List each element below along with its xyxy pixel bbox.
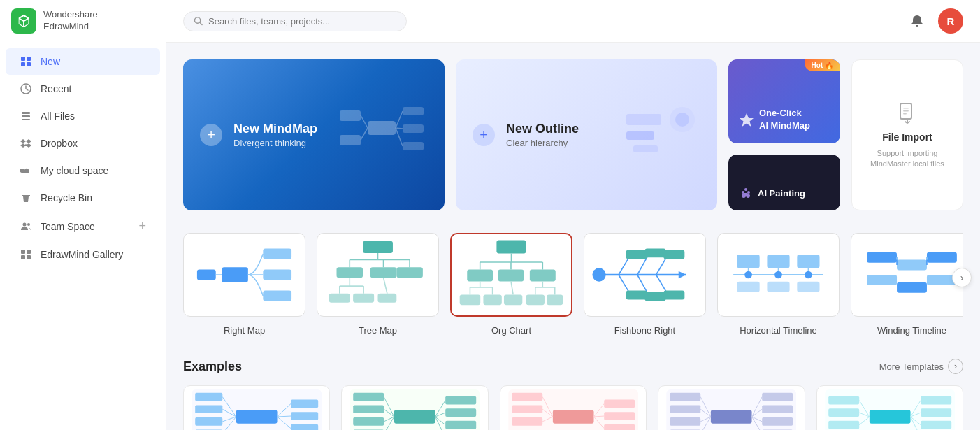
scroll-right-arrow[interactable]: › [952,268,972,287]
ai-mindmap-card[interactable]: Hot 🔥 One-Click AI MindMap [728,59,840,143]
svg-line-24 [396,111,403,128]
template-winding-timeline[interactable]: Winding Timeline [851,233,963,336]
search-bar[interactable] [183,11,407,31]
svg-rect-173 [711,410,752,424]
ai-painting-card[interactable]: AI Painting [728,155,840,210]
sidebar-nav: New Recent All Files [0,42,166,430]
new-outline-title: New Outline [506,122,579,136]
svg-rect-19 [403,107,424,115]
new-mindmap-plus[interactable]: + [200,124,222,146]
svg-rect-49 [396,267,423,278]
trash-icon [20,192,32,204]
file-import-title: File Import [882,131,932,143]
user-avatar[interactable]: R [938,8,963,34]
svg-point-33 [742,191,744,194]
svg-rect-112 [767,282,789,292]
examples-header: Examples More Templates › [183,359,963,374]
sidebar-item-gallery[interactable]: EdrawMind Gallery [6,241,160,268]
svg-rect-113 [797,282,819,292]
tree-map-label: Tree Map [359,325,397,336]
svg-rect-106 [767,255,789,268]
header: R [166,0,980,43]
svg-rect-68 [483,294,501,305]
recycle-bin-label: Recycle Bin [41,192,146,203]
svg-line-62 [384,278,387,294]
example-4-preview [658,386,804,430]
mindmap-decoration [333,100,431,170]
svg-point-34 [744,188,747,191]
svg-rect-46 [363,241,393,253]
new-mindmap-card[interactable]: + New MindMap Divergent thinking [183,59,445,210]
recent-icon [20,83,32,95]
svg-rect-41 [263,248,291,259]
sidebar-item-my-cloud[interactable]: My cloud space [6,157,160,184]
svg-rect-143 [354,417,384,426]
sidebar-item-recent[interactable]: Recent [6,76,160,102]
svg-rect-195 [828,421,859,429]
template-org-chart[interactable]: Org Chart [450,233,572,336]
svg-rect-159 [512,393,542,401]
ai-mindmap-line2: AI MindMap [759,120,810,132]
svg-rect-39 [903,113,907,115]
svg-rect-66 [530,270,556,282]
example-card-5[interactable] [816,385,963,430]
svg-rect-16 [368,121,396,135]
sidebar-item-all-files[interactable]: All Files [6,103,160,129]
svg-rect-63 [496,240,526,253]
app-logo: Wondershare EdrawMind [0,0,166,42]
new-outline-plus[interactable]: + [473,124,495,146]
sidebar-item-recycle[interactable]: Recycle Bin [6,185,160,211]
tree-map-preview [317,233,439,317]
svg-line-25 [396,128,403,129]
top-cards-row: + New MindMap Divergent thinking [183,59,963,210]
examples-grid [183,385,963,430]
examples-title: Examples [183,359,242,374]
svg-point-8 [23,222,27,226]
svg-rect-44 [197,269,216,280]
example-card-1[interactable] [183,385,330,430]
file-import-card[interactable]: File Import Support importing MindMaster… [851,59,963,210]
svg-rect-141 [354,393,384,401]
svg-rect-96 [663,250,684,259]
ai-cards-col: Hot 🔥 One-Click AI MindMap [728,59,840,210]
svg-point-31 [675,113,689,127]
sidebar-item-dropbox[interactable]: Dropbox [6,130,160,157]
example-card-3[interactable] [500,385,647,430]
main-area: R + New MindMap Divergent thinking [166,0,980,430]
team-icon [20,220,32,233]
template-tree-map[interactable]: Tree Map [317,233,439,336]
sidebar-item-team-space[interactable]: Team Space + [6,212,160,241]
new-mindmap-title: New MindMap [233,122,317,136]
sidebar-item-new[interactable]: New [6,48,160,75]
svg-point-35 [747,191,750,194]
svg-rect-52 [378,294,397,303]
svg-rect-198 [921,421,951,429]
svg-point-103 [774,271,782,279]
svg-rect-38 [903,110,909,112]
svg-rect-114 [867,252,897,263]
svg-rect-193 [828,396,859,405]
file-import-icon [895,101,920,126]
svg-rect-145 [446,396,477,405]
cloud-icon [20,164,32,177]
example-5-preview [817,386,963,430]
search-input[interactable] [208,16,396,27]
notification-bell[interactable] [905,8,930,34]
svg-line-26 [396,128,403,146]
svg-rect-71 [547,294,563,305]
dropbox-icon [20,137,32,150]
example-card-4[interactable] [658,385,805,430]
team-space-plus[interactable]: + [138,219,146,234]
svg-line-81 [511,281,513,294]
new-outline-card[interactable]: + New Outline Clear hierarchy [456,59,717,210]
new-label: New [41,56,146,67]
svg-rect-20 [403,124,424,133]
template-right-map[interactable]: Right Map [183,233,305,336]
example-card-2[interactable] [341,385,488,430]
svg-rect-174 [670,393,700,401]
fishbone-right-label: Fishbone Right [614,325,675,336]
more-templates-link[interactable]: More Templates › [879,359,963,374]
svg-rect-64 [467,270,493,282]
template-fishbone-right[interactable]: Fishbone Right [584,233,706,336]
template-horizontal-timeline[interactable]: Horizontal Timeline [717,233,840,336]
